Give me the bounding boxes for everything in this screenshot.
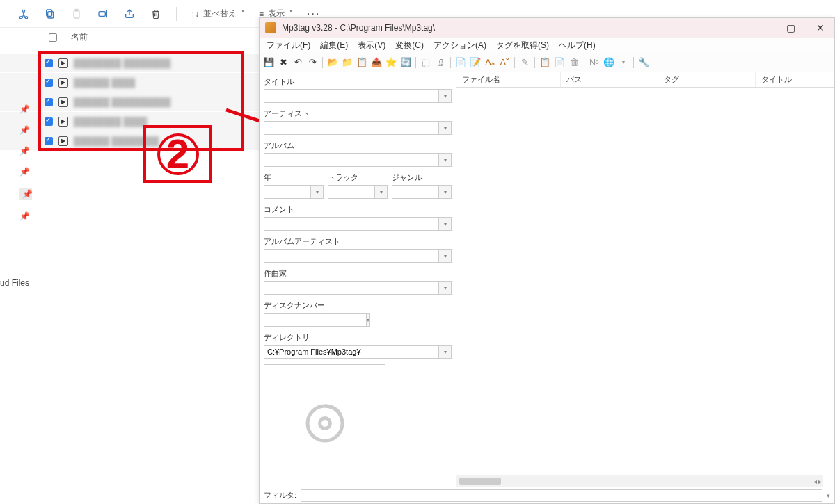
redo-icon[interactable]: ↷ <box>306 56 319 69</box>
add-folder-icon[interactable]: 📁 <box>341 56 353 69</box>
scroll-right-icon[interactable]: ▸ <box>818 478 822 485</box>
scroll-left-icon[interactable]: ◂ <box>813 478 817 485</box>
export-icon[interactable]: 📤 <box>370 56 383 69</box>
select-all-checkbox[interactable] <box>49 33 57 42</box>
print-icon[interactable]: 🖨 <box>434 56 447 69</box>
refresh-icon[interactable]: 🔄 <box>399 56 412 69</box>
minimize-button[interactable]: — <box>752 22 770 33</box>
composer-input[interactable] <box>264 281 439 295</box>
svg-point-1 <box>25 16 27 18</box>
disc-input[interactable] <box>264 313 367 327</box>
filename-to-tag-icon[interactable]: 📝 <box>469 56 482 69</box>
field-label-genre: ジャンル <box>392 172 452 183</box>
menu-convert[interactable]: 変換(C) <box>391 38 428 53</box>
annotation-step-box: 2 <box>143 125 212 183</box>
menu-tag-source[interactable]: タグを取得(S) <box>492 38 553 53</box>
album-input[interactable] <box>264 153 439 167</box>
menu-bar: ファイル(F) 編集(E) 表示(V) 変換(C) アクション(A) タグを取得… <box>260 38 834 53</box>
menu-edit[interactable]: 編集(E) <box>316 38 352 53</box>
menu-view[interactable]: 表示(V) <box>353 38 390 53</box>
filter-label: フィルタ: <box>264 490 296 501</box>
tag-to-filename-icon[interactable]: 📄 <box>454 56 467 69</box>
copy-icon[interactable] <box>44 8 56 20</box>
delete-icon[interactable] <box>150 8 162 20</box>
sort-button[interactable]: ↑↓ 並べ替え ˅ <box>191 8 245 19</box>
file-list-panel: ファイル名 パス タグ タイトル ◂▸ <box>456 72 834 487</box>
year-dropdown[interactable]: ▾ <box>311 185 324 199</box>
scrollbar-thumb[interactable] <box>459 478 501 485</box>
open-folder-icon[interactable]: 📂 <box>326 56 339 69</box>
tools-icon[interactable]: 🔧 <box>637 56 650 69</box>
col-tag[interactable]: タグ <box>658 72 756 87</box>
title-input[interactable] <box>264 89 439 103</box>
rename-icon[interactable] <box>97 8 109 20</box>
field-label-composer: 作曲家 <box>264 268 452 279</box>
app-icon <box>265 22 276 33</box>
copy-tag-icon[interactable]: 📋 <box>539 56 551 69</box>
composer-dropdown[interactable]: ▾ <box>439 281 452 295</box>
track-input[interactable] <box>328 185 375 199</box>
favorite-icon[interactable]: ⭐ <box>385 56 397 69</box>
track-dropdown[interactable]: ▾ <box>375 185 388 199</box>
pin-icon[interactable]: 📌 <box>19 167 32 177</box>
pin-icon[interactable]: 📌 <box>19 188 32 200</box>
horizontal-scrollbar[interactable]: ◂▸ <box>456 475 823 487</box>
delete-tag-icon[interactable]: ✖ <box>277 56 289 69</box>
title-bar[interactable]: Mp3tag v3.28 - C:\Program Files\Mp3tag\ … <box>260 18 834 38</box>
menu-help[interactable]: ヘルプ(H) <box>555 38 600 53</box>
comment-input[interactable] <box>264 217 439 231</box>
menu-file[interactable]: ファイル(F) <box>262 38 315 53</box>
disc-dropdown[interactable]: ▾ <box>367 313 370 327</box>
tag-sources-icon[interactable]: 🌐 <box>603 56 615 69</box>
cloud-files-label: ud Files <box>0 278 29 288</box>
maximize-button[interactable]: ▢ <box>782 22 800 33</box>
file-list-body[interactable]: ◂▸ <box>456 88 834 487</box>
album-artist-dropdown[interactable]: ▾ <box>439 249 452 263</box>
annotation-file-selection <box>38 51 244 151</box>
filter-input[interactable] <box>301 489 822 502</box>
disc-icon <box>304 403 346 444</box>
svg-rect-6 <box>99 11 105 16</box>
directory-dropdown[interactable]: ▾ <box>439 345 452 359</box>
close-button[interactable]: ✕ <box>812 22 829 33</box>
pin-icon[interactable]: 📌 <box>19 125 32 135</box>
action-icon[interactable]: ⬚ <box>420 56 432 69</box>
col-path[interactable]: パス <box>561 72 658 87</box>
share-icon[interactable] <box>123 8 136 20</box>
title-dropdown[interactable]: ▾ <box>439 89 452 103</box>
actions-icon[interactable]: Aˇ <box>498 56 511 69</box>
year-input[interactable] <box>264 185 311 199</box>
artist-input[interactable] <box>264 121 439 135</box>
undo-icon[interactable]: ↶ <box>292 56 304 69</box>
playlist-icon[interactable]: 📋 <box>356 56 368 69</box>
directory-input[interactable] <box>264 345 439 359</box>
menu-action[interactable]: アクション(A) <box>429 38 491 53</box>
remove-tag-icon[interactable]: 🗑 <box>568 56 580 69</box>
tag-sources-drop-icon[interactable]: ▾ <box>617 56 630 69</box>
filter-dropdown-icon[interactable]: ▾ <box>827 492 830 499</box>
paste-icon[interactable] <box>70 8 83 20</box>
column-name[interactable]: 名前 <box>71 31 88 43</box>
comment-dropdown[interactable]: ▾ <box>439 217 452 231</box>
svg-rect-4 <box>74 10 79 18</box>
col-title[interactable]: タイトル <box>756 72 834 87</box>
field-label-year: 年 <box>264 172 324 183</box>
album-dropdown[interactable]: ▾ <box>439 153 452 167</box>
album-artist-input[interactable] <box>264 249 439 263</box>
genre-dropdown[interactable]: ▾ <box>439 185 452 199</box>
artist-dropdown[interactable]: ▾ <box>439 121 452 135</box>
save-icon[interactable]: 💾 <box>262 56 275 69</box>
autonumber-icon[interactable]: № <box>588 56 601 69</box>
pin-icon[interactable]: 📌 <box>19 104 32 114</box>
genre-input[interactable] <box>392 185 439 199</box>
album-art-box[interactable] <box>264 364 385 482</box>
case-conversion-icon[interactable]: A̲ₐ <box>484 56 496 69</box>
field-label-disc: ディスクナンバー <box>264 300 452 311</box>
paste-tag-icon[interactable]: 📄 <box>553 56 566 69</box>
extended-tags-icon[interactable]: ✎ <box>518 56 531 69</box>
pin-icon[interactable]: 📌 <box>19 211 32 221</box>
col-filename[interactable]: ファイル名 <box>456 72 561 87</box>
pin-icon[interactable]: 📌 <box>19 146 32 156</box>
cut-icon[interactable] <box>17 8 30 20</box>
filter-bar: フィルタ: ▾ <box>260 487 834 503</box>
